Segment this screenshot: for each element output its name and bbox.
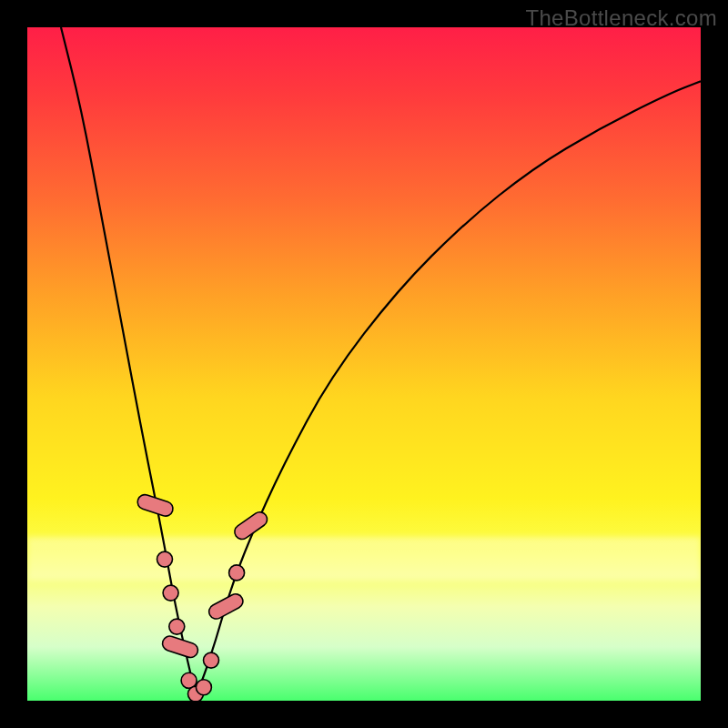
curve-marker-pill <box>161 634 200 660</box>
curve-marker-dot <box>204 652 219 668</box>
curve-marker-dot <box>196 680 211 695</box>
chart-svg <box>27 27 701 701</box>
curve-marker-dot <box>157 551 173 567</box>
outer-black-frame: TheBottleneck.com <box>0 0 728 728</box>
curve-marker-dot <box>163 585 178 601</box>
curve-marker-dot <box>169 619 185 634</box>
marker-group <box>136 493 270 701</box>
plot-area <box>27 27 701 701</box>
bottleneck-curve <box>61 27 701 690</box>
curve-marker-dot <box>229 565 245 581</box>
curve-marker-pill <box>207 592 246 622</box>
